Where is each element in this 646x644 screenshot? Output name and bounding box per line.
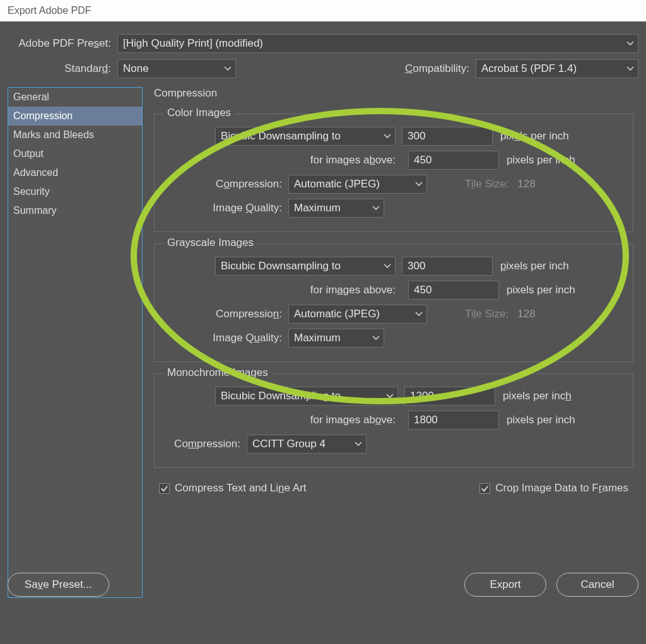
gray-downsample-value: Bicubic Downsampling to <box>221 260 390 272</box>
mono-downsample-value: Bicubic Downsampling to <box>221 390 392 402</box>
window-title-text: Export Adobe PDF <box>8 5 91 16</box>
gray-above-input[interactable]: 450 <box>408 281 499 300</box>
crop-image-checkbox[interactable]: Crop Image Data to Frames <box>479 482 628 495</box>
group-mono-title: Monochrome Images <box>163 366 272 379</box>
preset-select[interactable]: [High Quality Print] (modified) <box>117 34 638 53</box>
mono-compression-select[interactable]: CCITT Group 4 <box>247 435 367 454</box>
color-tile-label: Tile Size: <box>465 178 508 190</box>
mono-above-input[interactable]: 1800 <box>408 411 499 430</box>
dialog-body: Adobe PDF Preset: [High Quality Print] (… <box>0 21 646 606</box>
gray-quality-label: Image Quality: <box>163 332 288 344</box>
color-above-label: for images above: <box>163 154 402 167</box>
gray-ppi-value: 300 <box>408 260 487 272</box>
crop-image-label: Crop Image Data to Frames <box>495 482 628 495</box>
export-label: Export <box>490 578 520 591</box>
group-grayscale-title: Grayscale Images <box>163 237 257 249</box>
category-sidebar: GeneralCompressionMarks and BleedsOutput… <box>8 87 143 598</box>
compress-text-label: Compress Text and Line Art <box>175 482 307 495</box>
preset-label: Adobe PDF Preset: <box>8 37 117 50</box>
mono-above-unit: pixels per inch <box>507 414 575 426</box>
checkbox-icon <box>479 483 490 494</box>
gray-quality-select[interactable]: Maximum <box>288 329 384 348</box>
color-compression-label: Compression: <box>163 178 288 190</box>
color-above-unit: pixels per inch <box>507 154 575 167</box>
gray-compression-select[interactable]: Automatic (JPEG) <box>288 305 427 324</box>
cancel-button[interactable]: Cancel <box>556 573 638 597</box>
color-compression-select[interactable]: Automatic (JPEG) <box>288 175 427 194</box>
gray-above-value: 450 <box>414 284 493 296</box>
mono-above-label: for images above: <box>163 414 402 426</box>
save-preset-button[interactable]: Save Preset... <box>8 573 109 597</box>
compress-text-checkbox[interactable]: Compress Text and Line Art <box>159 482 307 495</box>
window-title: Export Adobe PDF <box>0 0 646 21</box>
mono-above-value: 1800 <box>414 414 493 426</box>
group-monochrome-images: Monochrome Images Bicubic Downsampling t… <box>154 373 633 468</box>
color-compression-value: Automatic (JPEG) <box>294 178 421 190</box>
mono-ppi-unit: pixels per inch <box>503 390 572 402</box>
gray-above-label: for images above: <box>163 284 402 296</box>
sidebar-item-summary[interactable]: Summary <box>8 201 142 220</box>
gray-above-unit: pixels per inch <box>507 284 575 296</box>
mono-ppi-value: 1200 <box>410 390 490 402</box>
mono-compression-label: Compression: <box>163 438 247 450</box>
color-above-value: 450 <box>414 154 493 167</box>
preset-value: [High Quality Print] (modified) <box>123 37 633 50</box>
group-color-images: Color Images Bicubic Downsampling to 300… <box>154 114 633 232</box>
compatibility-select[interactable]: Acrobat 5 (PDF 1.4) <box>476 59 638 78</box>
compatibility-label: Compatibility: <box>405 62 476 75</box>
sidebar-item-compression[interactable]: Compression <box>8 107 142 126</box>
gray-quality-value: Maximum <box>294 332 379 344</box>
color-tile-value: 128 <box>512 175 561 194</box>
sidebar-item-advanced[interactable]: Advanced <box>8 163 142 182</box>
mono-ppi-input[interactable]: 1200 <box>404 387 495 406</box>
color-downsample-value: Bicubic Downsampling to <box>221 130 390 143</box>
group-color-title: Color Images <box>163 107 235 119</box>
compatibility-value: Acrobat 5 (PDF 1.4) <box>481 62 633 75</box>
panel-title: Compression <box>154 87 633 100</box>
gray-downsample-select[interactable]: Bicubic Downsampling to <box>215 257 396 276</box>
color-above-input[interactable]: 450 <box>408 151 499 170</box>
standard-label: Standard: <box>8 62 117 75</box>
sidebar-item-marks-and-bleeds[interactable]: Marks and Bleeds <box>8 126 142 144</box>
checkbox-icon <box>159 483 170 494</box>
gray-ppi-input[interactable]: 300 <box>402 257 493 276</box>
color-ppi-unit: pixels per inch <box>500 130 569 143</box>
save-preset-label: Save Preset... <box>25 578 92 591</box>
color-quality-select[interactable]: Maximum <box>288 199 384 218</box>
gray-compression-label: Compression: <box>163 308 288 320</box>
gray-ppi-unit: pixels per inch <box>500 260 569 272</box>
standard-value: None <box>123 62 230 75</box>
sidebar-item-general[interactable]: General <box>8 88 142 107</box>
color-downsample-select[interactable]: Bicubic Downsampling to <box>215 127 396 146</box>
color-ppi-input[interactable]: 300 <box>402 127 493 146</box>
standard-select[interactable]: None <box>117 59 236 78</box>
mono-compression-value: CCITT Group 4 <box>252 438 361 450</box>
gray-tile-label: Tile Size: <box>465 308 508 320</box>
group-grayscale-images: Grayscale Images Bicubic Downsampling to… <box>154 243 633 362</box>
sidebar-item-output[interactable]: Output <box>8 144 142 163</box>
gray-tile-value: 128 <box>512 305 561 324</box>
cancel-label: Cancel <box>581 578 614 591</box>
color-ppi-value: 300 <box>408 130 487 143</box>
color-quality-value: Maximum <box>294 202 379 214</box>
gray-compression-value: Automatic (JPEG) <box>294 308 421 320</box>
mono-downsample-select[interactable]: Bicubic Downsampling to <box>215 387 398 406</box>
export-button[interactable]: Export <box>464 573 546 597</box>
sidebar-item-security[interactable]: Security <box>8 182 142 201</box>
color-quality-label: Image Quality: <box>163 202 288 214</box>
